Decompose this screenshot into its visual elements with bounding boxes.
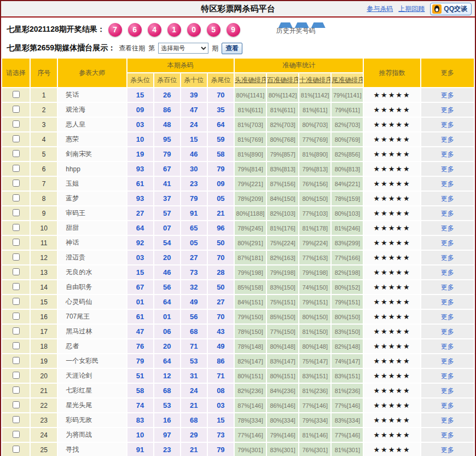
kill-number: 27 (208, 295, 234, 309)
last-period-review-link[interactable]: 上期回顾 (398, 4, 425, 14)
more-link[interactable]: 更多 (441, 387, 454, 395)
table-row: 14自由职务6756325085%[158]83%[150]74%[150]80… (2, 280, 474, 294)
more-cell: 更多 (421, 384, 474, 397)
more-link[interactable]: 更多 (441, 224, 454, 232)
row-select-checkbox[interactable] (13, 416, 20, 423)
master-name: 惠荣 (58, 132, 126, 146)
kill-number: 46 (154, 265, 180, 279)
row-select-checkbox[interactable] (13, 150, 20, 157)
more-link[interactable]: 更多 (441, 372, 454, 380)
row-select-checkbox[interactable] (13, 268, 20, 275)
more-link[interactable]: 更多 (441, 284, 454, 291)
more-link[interactable]: 更多 (441, 239, 454, 247)
col-group-accuracy: 准确率统计 (235, 59, 363, 72)
kill-number: 61 (127, 310, 153, 324)
row-select-checkbox[interactable] (13, 106, 20, 113)
accuracy-value: 81%[703] (235, 118, 266, 131)
row-select-checkbox[interactable] (13, 283, 20, 290)
row-select-checkbox[interactable] (13, 180, 20, 187)
kill-number: 54 (154, 236, 180, 250)
select-cell (2, 103, 30, 117)
kill-number: 79 (127, 354, 153, 368)
more-link[interactable]: 更多 (441, 328, 454, 336)
period-select[interactable]: 选择期号 (158, 43, 208, 54)
more-cell: 更多 (421, 339, 474, 353)
row-select-checkbox[interactable] (13, 224, 20, 231)
more-link[interactable]: 更多 (441, 313, 454, 321)
more-link[interactable]: 更多 (441, 254, 454, 262)
row-select-checkbox[interactable] (13, 327, 20, 334)
more-link[interactable]: 更多 (441, 195, 454, 203)
col-header-kill-ten: 杀十位 (181, 73, 207, 87)
row-select-checkbox[interactable] (13, 342, 20, 349)
row-select-checkbox[interactable] (13, 357, 20, 364)
more-link[interactable]: 更多 (441, 210, 454, 217)
more-link[interactable]: 更多 (441, 431, 454, 439)
more-link[interactable]: 更多 (441, 402, 454, 409)
row-select-checkbox[interactable] (13, 165, 20, 172)
select-cell (2, 413, 30, 427)
row-select-checkbox[interactable] (13, 253, 20, 261)
titlebar-links: 参与杀码 上期回顾 QQ交谈 (367, 1, 472, 16)
row-number: 7 (31, 177, 57, 191)
more-link[interactable]: 更多 (441, 106, 454, 114)
row-select-checkbox[interactable] (13, 239, 20, 246)
row-select-checkbox[interactable] (13, 135, 20, 142)
row-select-checkbox[interactable] (13, 120, 20, 128)
accuracy-value: 80%[151] (235, 369, 266, 383)
period-section-label: 七星彩第2659期媒体擂台展示： (7, 43, 115, 53)
row-select-checkbox[interactable] (13, 209, 20, 216)
accuracy-value: 77%[150] (267, 325, 298, 338)
accuracy-value: 87%[181] (235, 251, 266, 264)
more-cell: 更多 (421, 192, 474, 205)
accuracy-value: 85%[150] (267, 310, 298, 324)
kill-number: 24 (181, 118, 207, 131)
select-cell (2, 384, 30, 397)
history-numbers-link[interactable]: 历史开奖号码 (276, 22, 336, 37)
row-number: 6 (31, 162, 57, 176)
sort-tail-accuracy-link[interactable]: 尾准确排序 (332, 76, 363, 84)
join-kill-code-link[interactable]: 参与杀码 (367, 4, 393, 14)
view-button[interactable]: 查看 (222, 43, 242, 54)
row-select-checkbox[interactable] (13, 386, 20, 394)
kill-number: 39 (181, 88, 207, 102)
accuracy-value: 81%[611] (299, 103, 330, 117)
more-link[interactable]: 更多 (441, 136, 454, 143)
master-name: hhpp (58, 162, 126, 176)
sort-hundred-accuracy-link[interactable]: 百准确排序 (267, 76, 298, 84)
select-cell (2, 399, 30, 412)
more-link[interactable]: 更多 (441, 165, 454, 173)
more-link[interactable]: 更多 (441, 446, 454, 454)
more-link[interactable]: 更多 (441, 417, 454, 424)
more-link[interactable]: 更多 (441, 180, 454, 188)
row-select-checkbox[interactable] (13, 446, 20, 453)
more-link[interactable]: 更多 (441, 357, 454, 365)
more-link[interactable]: 更多 (441, 269, 454, 276)
accuracy-value: 80%[1188] (235, 206, 266, 220)
sort-head-accuracy-link[interactable]: 头准确排序 (235, 76, 266, 84)
kill-number: 15 (181, 132, 207, 146)
more-link[interactable]: 更多 (441, 343, 454, 350)
row-number: 25 (31, 443, 57, 456)
kill-number: 86 (154, 103, 180, 117)
table-row: 25寻找9123217979%[301]83%[301]76%[301]81%[… (2, 443, 474, 456)
more-cell: 更多 (421, 310, 474, 324)
row-select-checkbox[interactable] (13, 194, 20, 201)
row-select-checkbox[interactable] (13, 298, 20, 305)
more-link[interactable]: 更多 (441, 91, 454, 99)
row-select-checkbox[interactable] (13, 431, 20, 438)
sort-ten-accuracy-link[interactable]: 十准确排序 (299, 76, 330, 84)
accuracy-value: 78%[209] (235, 192, 266, 205)
row-select-checkbox[interactable] (13, 401, 20, 408)
master-name: 甜甜 (58, 221, 126, 235)
more-link[interactable]: 更多 (441, 121, 454, 129)
row-select-checkbox[interactable] (13, 372, 20, 379)
row-select-checkbox[interactable] (13, 91, 20, 98)
qq-chat-button[interactable]: QQ交谈 (430, 3, 472, 15)
accuracy-value: 76%[156] (299, 177, 330, 191)
kill-number: 73 (181, 265, 207, 279)
more-cell: 更多 (421, 265, 474, 279)
more-link[interactable]: 更多 (441, 298, 454, 306)
row-select-checkbox[interactable] (13, 313, 20, 320)
more-link[interactable]: 更多 (441, 151, 454, 158)
